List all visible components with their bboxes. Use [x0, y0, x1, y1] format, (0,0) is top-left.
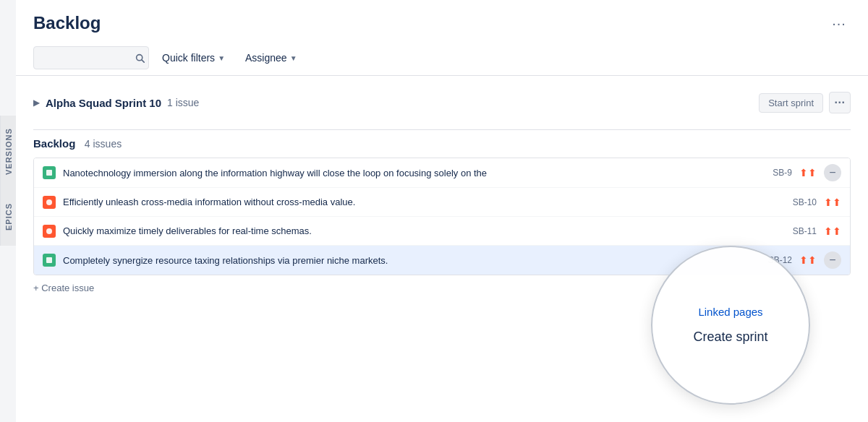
- sidebar-versions[interactable]: VERSIONS: [0, 116, 16, 188]
- sprint-issue-count: 1 issue: [167, 97, 199, 108]
- priority-icon: ⬆⬆: [799, 167, 817, 178]
- search-wrapper: [33, 46, 149, 69]
- issue-id: SB-10: [788, 197, 817, 207]
- issue-id: SB-11: [788, 226, 817, 236]
- sprint-header-right: Start sprint ···: [759, 92, 851, 113]
- issue-text: Quickly maximize timely deliverables for…: [63, 225, 780, 236]
- quick-filters-chevron: ▼: [218, 54, 225, 62]
- issue-type-bug-icon: [43, 225, 56, 238]
- assignee-label: Assignee: [245, 52, 287, 64]
- linked-pages-item[interactable]: Linked pages: [686, 303, 774, 321]
- issue-type-bug-icon: [43, 196, 56, 209]
- issue-type-story-icon: [43, 254, 56, 267]
- search-icon[interactable]: [135, 53, 145, 63]
- epics-label: EPICS: [4, 203, 13, 231]
- issue-action-button[interactable]: −: [824, 164, 841, 181]
- issue-type-story-icon: [43, 166, 56, 179]
- table-row[interactable]: Efficiently unleash cross-media informat…: [34, 188, 850, 217]
- header: Backlog ···: [16, 0, 868, 40]
- search-input[interactable]: [33, 46, 149, 69]
- backlog-title: Backlog: [33, 137, 75, 150]
- issue-text: Efficiently unleash cross-media informat…: [63, 197, 780, 207]
- assignee-filter-button[interactable]: Assignee ▼: [238, 49, 305, 66]
- backlog-issue-count: 4 issues: [85, 138, 122, 150]
- page-container: VERSIONS EPICS Backlog ··· Quick filt: [0, 0, 868, 422]
- versions-label: VERSIONS: [4, 129, 13, 176]
- sprint-chevron-icon[interactable]: ▶: [33, 98, 40, 108]
- svg-point-4: [46, 228, 52, 234]
- table-row[interactable]: Nanotechnology immersion along the infor…: [34, 158, 850, 188]
- svg-line-1: [142, 59, 144, 61]
- priority-icon: ⬆⬆: [824, 197, 841, 208]
- quick-filters-button[interactable]: Quick filters ▼: [155, 49, 232, 66]
- issue-text: Completely synergize resource taxing rel…: [63, 255, 756, 266]
- create-sprint-item[interactable]: Create sprint: [681, 327, 779, 348]
- toolbar: Quick filters ▼ Assignee ▼: [16, 40, 868, 76]
- sprint-title: Alpha Squad Sprint 10: [46, 97, 161, 109]
- page-title: Backlog: [33, 13, 101, 33]
- header-more-button[interactable]: ···: [827, 12, 851, 35]
- start-sprint-button[interactable]: Start sprint: [759, 93, 823, 113]
- sprint-section: ▶ Alpha Squad Sprint 10 1 issue Start sp…: [16, 76, 868, 129]
- issue-text: Nanotechnology immersion along the infor…: [63, 168, 756, 178]
- priority-icon: ⬆⬆: [799, 254, 817, 266]
- sprint-header-left: ▶ Alpha Squad Sprint 10 1 issue: [33, 97, 199, 109]
- issue-id: SB-9: [763, 168, 792, 178]
- svg-point-3: [46, 199, 52, 205]
- backlog-title-group: Backlog 4 issues: [33, 137, 122, 150]
- sprint-header: ▶ Alpha Squad Sprint 10 1 issue Start sp…: [33, 85, 851, 121]
- assignee-chevron: ▼: [290, 54, 297, 62]
- sprint-more-button[interactable]: ···: [829, 92, 851, 113]
- quick-filters-label: Quick filters: [162, 52, 215, 64]
- svg-rect-2: [46, 170, 52, 176]
- issue-action-button[interactable]: −: [824, 251, 841, 269]
- svg-rect-5: [46, 257, 52, 263]
- backlog-header: Backlog 4 issues: [16, 130, 868, 158]
- table-row[interactable]: Quickly maximize timely deliverables for…: [34, 217, 850, 246]
- priority-icon: ⬆⬆: [824, 225, 841, 237]
- create-issue-link[interactable]: + Create issue: [33, 283, 94, 293]
- sidebar-epics[interactable]: EPICS: [0, 188, 16, 246]
- dropdown-menu: Linked pages Create sprint: [651, 246, 810, 405]
